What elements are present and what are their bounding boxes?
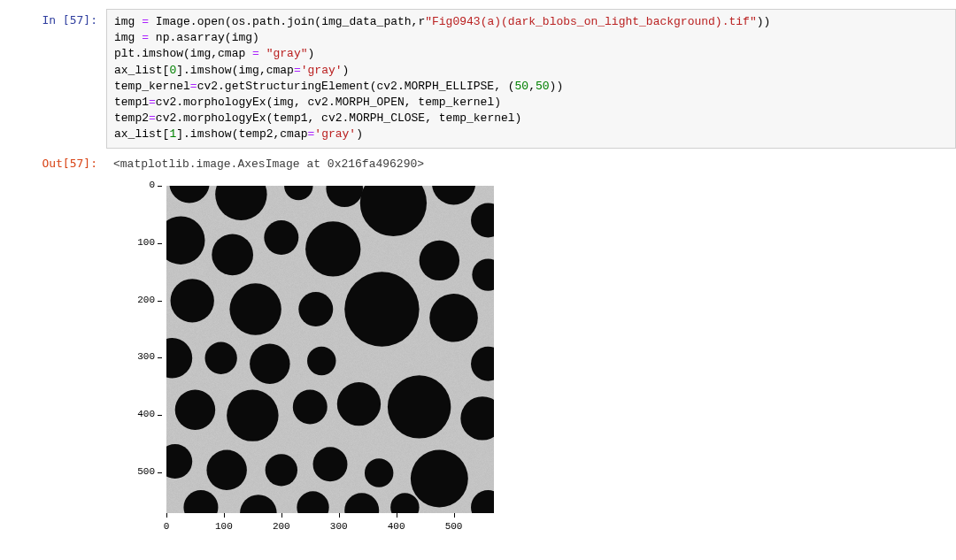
code-line: temp_kernel=cv2.getStructuringElement(cv… xyxy=(114,79,948,95)
svg-point-36 xyxy=(411,449,468,507)
output-prompt-label: Out[57]: xyxy=(42,157,97,170)
svg-point-33 xyxy=(266,454,297,486)
input-prompt-label: In [57]: xyxy=(42,13,97,27)
y-tick-label: 500 xyxy=(137,466,155,479)
code-input-area[interactable]: img = Image.open(os.path.join(img_data_p… xyxy=(106,9,956,149)
code-line: ax_list[0].imshow(img,cmap='gray') xyxy=(114,63,948,79)
x-tick-label: 0 xyxy=(164,520,170,533)
input-cell: In [57]: img = Image.open(os.path.join(i… xyxy=(0,9,956,149)
svg-point-13 xyxy=(420,240,459,280)
x-tick-label: 300 xyxy=(330,520,348,533)
y-tick-label: 200 xyxy=(137,294,155,307)
x-tick-label: 400 xyxy=(388,520,405,533)
svg-point-11 xyxy=(264,220,298,255)
svg-point-10 xyxy=(212,234,253,275)
plot-figure: 0100200300400500 0100200300400500 xyxy=(113,181,609,560)
plot-svg xyxy=(166,186,494,513)
x-axis: 0100200300400500 xyxy=(166,513,494,540)
y-tick-label: 0 xyxy=(149,179,155,192)
code-line: plt.imshow(img,cmap = "gray") xyxy=(114,46,948,62)
input-prompt: In [57]: xyxy=(0,9,106,149)
x-tick-label: 500 xyxy=(445,520,463,533)
svg-point-35 xyxy=(365,458,393,487)
svg-point-34 xyxy=(313,447,348,481)
y-axis: 0100200300400500 xyxy=(113,186,162,513)
code-line: temp2=cv2.morphologyEx(temp1, cv2.MORPH_… xyxy=(114,111,948,127)
svg-point-22 xyxy=(250,343,289,383)
svg-point-29 xyxy=(388,375,451,438)
svg-point-28 xyxy=(337,382,381,426)
code-line: img = np.asarray(img) xyxy=(114,30,948,46)
svg-point-26 xyxy=(227,389,278,441)
plot-image xyxy=(166,186,494,513)
x-tick-label: 100 xyxy=(215,520,233,533)
code-line: img = Image.open(os.path.join(img_data_p… xyxy=(114,14,948,30)
svg-point-23 xyxy=(307,346,335,374)
code-line: ax_list[1].imshow(temp2,cmap='gray') xyxy=(114,127,948,142)
svg-point-12 xyxy=(305,221,360,276)
svg-point-25 xyxy=(175,389,215,429)
svg-point-27 xyxy=(293,389,328,424)
svg-point-32 xyxy=(206,449,246,489)
svg-point-17 xyxy=(298,292,333,326)
svg-point-16 xyxy=(229,283,281,334)
x-tick-label: 200 xyxy=(273,520,290,533)
output-cell: Out[57]: <matplotlib.image.AxesImage at … xyxy=(0,152,956,561)
svg-point-21 xyxy=(204,341,236,373)
code-line: temp1=cv2.morphologyEx(img, cv2.MORPH_OP… xyxy=(114,95,948,111)
output-repr: <matplotlib.image.AxesImage at 0x216fa49… xyxy=(113,157,949,173)
y-tick-label: 300 xyxy=(137,351,155,364)
svg-point-15 xyxy=(171,279,214,322)
output-area: <matplotlib.image.AxesImage at 0x216fa49… xyxy=(106,152,956,561)
y-tick-label: 400 xyxy=(137,409,155,422)
svg-point-19 xyxy=(429,294,478,342)
output-prompt: Out[57]: xyxy=(0,152,106,561)
svg-point-18 xyxy=(344,272,419,346)
y-tick-label: 100 xyxy=(137,236,155,249)
